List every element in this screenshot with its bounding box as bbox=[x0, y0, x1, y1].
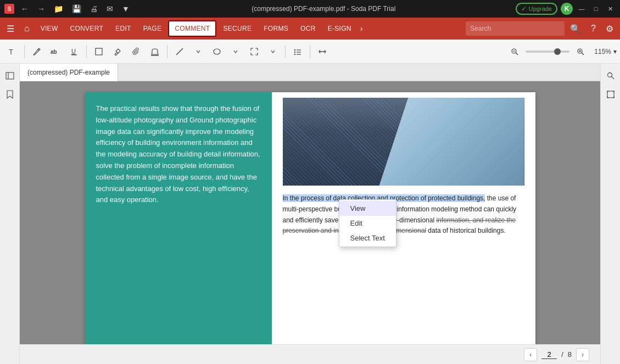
zoom-in-icon bbox=[577, 48, 584, 55]
prev-page-button[interactable]: ‹ bbox=[524, 348, 537, 361]
svg-line-25 bbox=[611, 77, 614, 80]
email-icon[interactable]: ✉ bbox=[104, 3, 115, 14]
zoom-out-button[interactable] bbox=[506, 43, 523, 60]
fit-page-button[interactable] bbox=[603, 87, 618, 102]
help-icon[interactable]: ? bbox=[587, 20, 600, 37]
print-icon[interactable]: 🖨 bbox=[88, 3, 100, 14]
bookmark-button[interactable] bbox=[2, 87, 18, 102]
left-sidebar bbox=[0, 64, 20, 364]
menu-item-secure[interactable]: SECURE bbox=[217, 21, 257, 36]
upgrade-button[interactable]: ✓ Upgrade bbox=[516, 3, 557, 15]
more-menu-button[interactable]: › bbox=[358, 21, 365, 36]
line-icon bbox=[175, 47, 184, 56]
main-area: (compressed) PDF-example The practical r… bbox=[0, 64, 620, 364]
menu-item-esign[interactable]: E-SIGN bbox=[322, 21, 357, 36]
pdf-right-text: In the process of data collection and pr… bbox=[283, 193, 524, 237]
menu-item-convert[interactable]: CONVERT bbox=[65, 21, 109, 36]
region-dropdown-icon bbox=[271, 49, 275, 54]
bookmark-icon bbox=[6, 90, 14, 99]
title-bar-left: S ← → 📁 💾 🖨 ✉ ▼ bbox=[4, 3, 132, 14]
shape-dropdown-button[interactable] bbox=[227, 43, 244, 60]
menu-item-comment[interactable]: COMMENT bbox=[168, 20, 216, 37]
comment-list-icon bbox=[293, 47, 302, 56]
stamp-icon bbox=[150, 47, 159, 56]
zoom-slider-thumb[interactable] bbox=[554, 48, 561, 55]
zoom-in-button[interactable] bbox=[572, 43, 589, 60]
context-menu-view[interactable]: View bbox=[339, 201, 396, 216]
oval-icon bbox=[213, 47, 221, 56]
search-panel-icon bbox=[607, 72, 615, 80]
back-icon[interactable]: ← bbox=[19, 3, 31, 14]
context-menu-edit[interactable]: Edit bbox=[339, 216, 396, 231]
check-icon: ✓ bbox=[521, 5, 527, 13]
zoom-slider[interactable] bbox=[526, 51, 569, 53]
highlight-tool-button[interactable]: ab bbox=[47, 43, 64, 60]
search-panel-button[interactable] bbox=[603, 68, 618, 83]
svg-line-6 bbox=[176, 48, 183, 55]
toolbar-separator-3 bbox=[167, 45, 167, 58]
svg-point-24 bbox=[607, 73, 612, 77]
settings-icon[interactable]: ⚙ bbox=[601, 20, 618, 37]
page-number-input[interactable] bbox=[541, 350, 557, 359]
tab-compressed-pdf[interactable]: (compressed) PDF-example bbox=[20, 64, 118, 81]
svg-line-19 bbox=[582, 53, 584, 55]
context-menu-select-text[interactable]: Select Text bbox=[339, 231, 396, 245]
svg-rect-22 bbox=[6, 72, 14, 79]
underline-icon: U bbox=[70, 47, 79, 56]
line-dropdown-button[interactable] bbox=[189, 43, 207, 60]
right-sidebar bbox=[600, 64, 620, 364]
maximize-button[interactable]: □ bbox=[590, 3, 601, 14]
oval-tool-button[interactable] bbox=[208, 43, 226, 60]
svg-line-16 bbox=[516, 53, 518, 55]
toolbar-separator-2 bbox=[86, 45, 87, 58]
hamburger-menu[interactable]: ☰ bbox=[2, 20, 19, 37]
tab-bar: (compressed) PDF-example bbox=[20, 64, 600, 81]
line-tool-button[interactable] bbox=[171, 43, 188, 60]
region-dropdown-button[interactable] bbox=[264, 43, 282, 60]
search-input[interactable] bbox=[466, 21, 565, 36]
app-icon: S bbox=[4, 4, 14, 14]
collapse-button[interactable] bbox=[314, 43, 331, 60]
toolbar: T ab U bbox=[0, 40, 620, 64]
forward-icon[interactable]: → bbox=[35, 3, 47, 14]
note-tool-button[interactable] bbox=[90, 43, 108, 60]
home-button[interactable]: ⌂ bbox=[20, 20, 34, 37]
menu-item-forms[interactable]: FORMS bbox=[258, 21, 294, 36]
region-icon bbox=[250, 47, 259, 56]
close-button[interactable]: ✕ bbox=[605, 3, 616, 14]
svg-rect-26 bbox=[607, 91, 614, 98]
zoom-dropdown[interactable]: ▾ bbox=[613, 48, 617, 55]
markup-tool-button[interactable] bbox=[109, 43, 126, 60]
pdf-image bbox=[283, 98, 524, 186]
underline-tool-button[interactable]: U bbox=[65, 43, 83, 60]
menu-item-page[interactable]: PAGE bbox=[138, 21, 167, 36]
page-separator: / bbox=[561, 350, 563, 359]
pdf-left-text: The practical results show that through … bbox=[96, 103, 261, 206]
minimize-button[interactable]: — bbox=[576, 3, 587, 14]
svg-point-12 bbox=[294, 53, 295, 54]
comment-list-button[interactable] bbox=[289, 43, 306, 60]
save-icon[interactable]: 💾 bbox=[70, 3, 83, 14]
text-tool-button[interactable]: T bbox=[3, 43, 21, 60]
dropdown-arrow-icon bbox=[196, 49, 200, 54]
panel-toggle-button[interactable] bbox=[2, 68, 18, 83]
avatar[interactable]: K bbox=[561, 3, 573, 15]
attach-tool-button[interactable] bbox=[127, 43, 145, 60]
folder-icon[interactable]: 📁 bbox=[52, 3, 65, 14]
menu-item-view[interactable]: VIEW bbox=[35, 21, 64, 36]
pen-icon bbox=[32, 47, 41, 56]
menu-item-ocr[interactable]: OCR bbox=[295, 21, 321, 36]
pdf-page: The practical results show that through … bbox=[85, 92, 535, 344]
next-page-button[interactable]: › bbox=[576, 348, 589, 361]
menu-bar: ☰ ⌂ VIEW CONVERT EDIT PAGE COMMENT SECUR… bbox=[0, 18, 620, 40]
search-icon[interactable]: 🔍 bbox=[566, 20, 585, 37]
more-icon[interactable]: ▼ bbox=[120, 3, 132, 14]
region-tool-button[interactable] bbox=[245, 43, 263, 60]
pen-tool-button[interactable] bbox=[28, 43, 46, 60]
stamp-tool-button[interactable] bbox=[146, 43, 164, 60]
menu-item-edit[interactable]: EDIT bbox=[110, 21, 137, 36]
normal-text-2: data of historical buildings. bbox=[426, 227, 506, 234]
svg-point-8 bbox=[294, 49, 295, 50]
zoom-value: 115% bbox=[591, 48, 611, 55]
svg-text:U: U bbox=[71, 48, 76, 54]
